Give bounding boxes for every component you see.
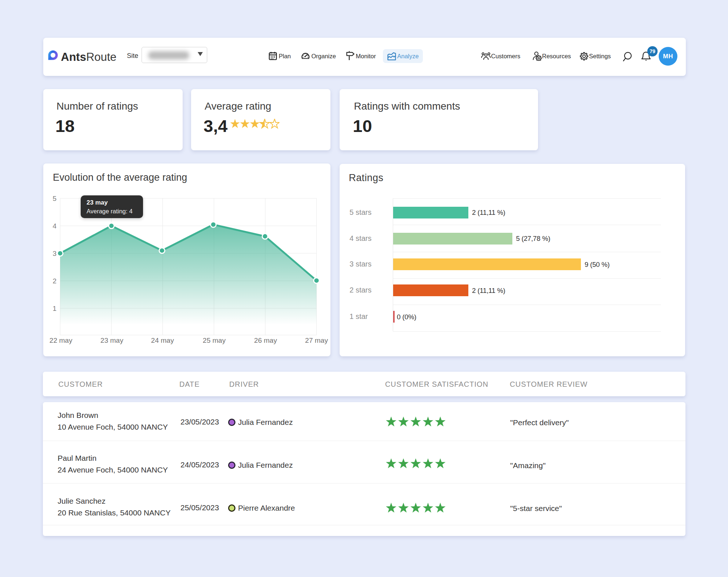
svg-text:24 may: 24 may bbox=[151, 337, 174, 344]
svg-text:23 may: 23 may bbox=[100, 337, 124, 344]
svg-text:2: 2 bbox=[52, 277, 56, 285]
svg-text:3: 3 bbox=[52, 250, 56, 257]
svg-text:27 may: 27 may bbox=[305, 337, 328, 344]
svg-text:22 may: 22 may bbox=[50, 337, 73, 344]
svg-text:5: 5 bbox=[52, 195, 56, 202]
svg-text:1: 1 bbox=[52, 305, 56, 312]
svg-text:25 may: 25 may bbox=[203, 337, 226, 344]
svg-text:26 may: 26 may bbox=[254, 337, 277, 344]
svg-text:4: 4 bbox=[52, 222, 56, 230]
